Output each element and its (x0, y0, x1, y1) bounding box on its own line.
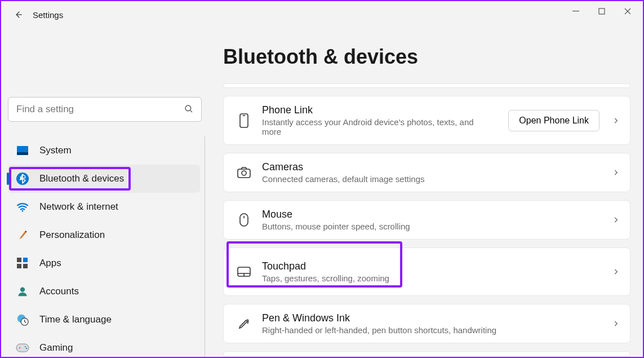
chevron-right-icon (612, 216, 620, 224)
svg-point-2 (185, 105, 191, 111)
svg-point-20 (242, 171, 246, 175)
card-description: Taps, gestures, scrolling, zooming (262, 273, 389, 283)
chevron-right-icon (612, 268, 620, 276)
sidebar-item-label: Accounts (39, 286, 79, 297)
bluetooth-icon (16, 172, 29, 185)
wifi-icon (16, 200, 29, 214)
sidebar-item-apps[interactable]: Apps (8, 249, 200, 277)
card-touchpad[interactable]: Touchpad Taps, gestures, scrolling, zoom… (223, 247, 630, 296)
card-description: Buttons, mouse pointer speed, scrolling (262, 222, 410, 231)
pen-icon (234, 317, 254, 330)
sidebar: System Bluetooth & devices Network & int… (1, 28, 205, 357)
svg-rect-1 (599, 8, 605, 14)
svg-point-15 (19, 347, 20, 348)
close-icon (624, 8, 631, 15)
arrow-left-icon (13, 10, 23, 20)
sidebar-item-label: Apps (39, 258, 61, 269)
chevron-right-icon (612, 169, 620, 176)
card-description: Instantly access your Android device's p… (262, 117, 487, 136)
sidebar-item-system[interactable]: System (8, 136, 200, 165)
sidebar-item-label: Personalization (39, 229, 105, 241)
card-title: Phone Link (262, 104, 487, 116)
chevron-right-icon (612, 320, 620, 328)
svg-rect-9 (17, 264, 21, 268)
main-content: Bluetooth & devices Phone Link Instantly… (205, 28, 643, 357)
titlebar: Settings (1, 1, 643, 28)
globe-clock-icon (16, 313, 29, 326)
mouse-icon (234, 213, 254, 227)
card-pen-ink[interactable]: Pen & Windows Ink Right-handed or left-h… (223, 304, 630, 343)
system-icon (16, 144, 29, 157)
svg-rect-14 (16, 344, 29, 352)
maximize-button[interactable] (589, 2, 615, 20)
svg-rect-4 (17, 152, 28, 155)
card-description: Right-handed or left-handed, pen button … (262, 325, 496, 335)
chevron-right-icon (612, 117, 620, 125)
svg-point-16 (25, 346, 26, 347)
card-mouse[interactable]: Mouse Buttons, mouse pointer speed, scro… (223, 200, 630, 240)
sidebar-item-personalization[interactable]: Personalization (8, 221, 200, 249)
back-button[interactable] (9, 6, 27, 24)
card-phone-link[interactable]: Phone Link Instantly access your Android… (223, 96, 630, 145)
svg-rect-7 (17, 258, 21, 262)
sidebar-item-label: System (39, 145, 72, 156)
svg-rect-10 (23, 264, 28, 268)
camera-icon (234, 166, 254, 179)
card-sliver-bottom (223, 351, 630, 357)
close-button[interactable] (615, 2, 641, 20)
sidebar-item-label: Bluetooth & devices (39, 173, 124, 184)
card-title: Pen & Windows Ink (262, 312, 496, 324)
phone-icon (234, 113, 254, 129)
minimize-button[interactable] (563, 2, 589, 20)
svg-point-6 (22, 210, 24, 212)
sidebar-item-label: Time & language (39, 314, 112, 325)
page-title: Bluetooth & devices (223, 45, 630, 69)
minimize-icon (572, 8, 579, 15)
card-description: Connected cameras, default image setting… (262, 174, 425, 184)
search-input[interactable] (8, 97, 202, 122)
card-title: Cameras (262, 161, 425, 173)
gamepad-icon (16, 341, 29, 355)
card-sliver-top (223, 83, 630, 88)
sidebar-item-bluetooth-devices[interactable]: Bluetooth & devices (8, 165, 200, 193)
svg-rect-8 (23, 258, 28, 262)
svg-rect-0 (572, 11, 579, 11)
brush-icon (16, 228, 29, 242)
touchpad-icon (234, 266, 254, 277)
person-icon (16, 285, 29, 298)
card-title: Touchpad (262, 260, 389, 272)
app-title: Settings (33, 10, 63, 20)
apps-icon (16, 257, 29, 270)
sidebar-item-label: Network & internet (39, 201, 118, 213)
card-cameras[interactable]: Cameras Connected cameras, default image… (223, 153, 630, 192)
search-icon (184, 104, 194, 114)
svg-rect-21 (240, 214, 248, 226)
sidebar-item-accounts[interactable]: Accounts (8, 277, 200, 306)
card-title: Mouse (262, 209, 410, 220)
sidebar-item-time-language[interactable]: Time & language (8, 306, 200, 334)
sidebar-item-gaming[interactable]: Gaming (8, 334, 200, 357)
maximize-icon (598, 8, 605, 15)
svg-point-17 (26, 348, 27, 349)
sidebar-item-label: Gaming (39, 342, 73, 353)
sidebar-item-network[interactable]: Network & internet (8, 193, 200, 221)
open-phone-link-button[interactable]: Open Phone Link (508, 110, 599, 131)
svg-point-11 (20, 288, 25, 292)
